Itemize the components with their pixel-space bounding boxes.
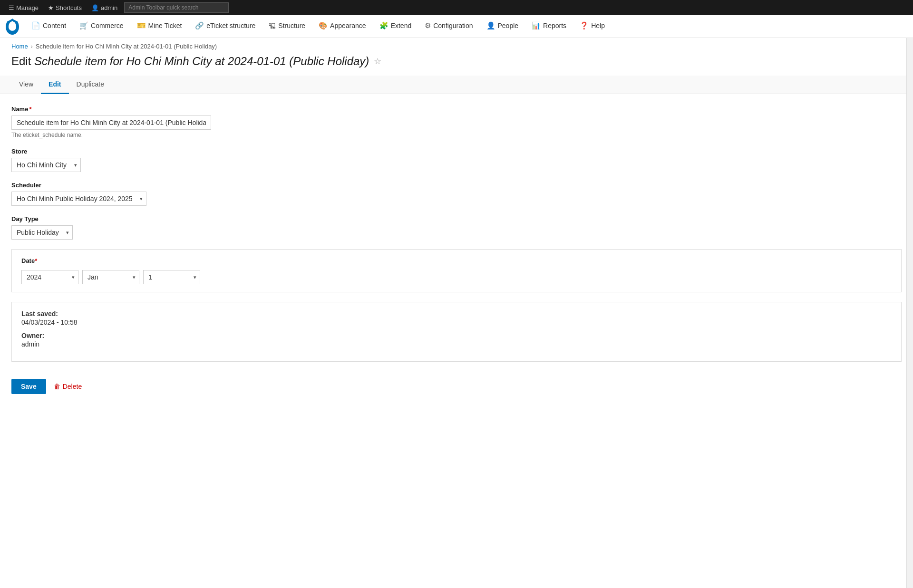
store-select-wrapper: Ho Chi Minh City ▾ xyxy=(11,158,81,172)
scheduler-field-group: Scheduler Ho Chi Minh Public Holiday 202… xyxy=(11,182,902,206)
admin-toolbar: ☰ Manage ★ Shortcuts 👤 admin xyxy=(0,0,913,15)
scrollbar[interactable] xyxy=(906,38,913,588)
nav-content-label: Content xyxy=(43,22,66,29)
tabs-bar: View Edit Duplicate xyxy=(0,76,913,94)
star-icon: ★ xyxy=(48,4,54,11)
tab-edit[interactable]: Edit xyxy=(41,76,68,94)
nav-content[interactable]: 📄 Content xyxy=(25,15,73,38)
info-box: Last saved: 04/03/2024 - 10:58 Owner: ad… xyxy=(11,302,902,362)
user-label: admin xyxy=(101,4,117,11)
date-section-label: Date* xyxy=(21,257,892,264)
nav-appearance[interactable]: 🎨 Appearance xyxy=(312,15,373,38)
people-icon: 👤 xyxy=(486,21,495,30)
bottom-actions: Save 🗑 Delete xyxy=(0,371,913,405)
month-select[interactable]: Jan Feb Mar Apr May Jun Jul Aug Sep Oct … xyxy=(82,270,139,284)
save-button[interactable]: Save xyxy=(11,379,46,394)
nav-configuration[interactable]: ⚙ Configuration xyxy=(418,15,479,38)
nav-mine-ticket[interactable]: 🎫 Mine Ticket xyxy=(130,15,189,38)
config-icon: ⚙ xyxy=(425,21,431,30)
delete-label: Delete xyxy=(63,383,82,390)
tab-view[interactable]: View xyxy=(11,76,41,94)
user-icon: 👤 xyxy=(91,4,99,11)
content-icon: 📄 xyxy=(31,21,40,30)
name-input[interactable] xyxy=(11,116,211,130)
last-saved-value: 04/03/2024 - 10:58 xyxy=(21,318,892,326)
appearance-icon: 🎨 xyxy=(319,21,328,30)
title-prefix: Edit xyxy=(11,55,31,67)
scheduler-label: Scheduler xyxy=(11,182,902,189)
title-italic: Schedule item for Ho Chi Minh City at 20… xyxy=(34,55,369,67)
nav-appearance-label: Appearance xyxy=(330,22,366,29)
manage-icon: ☰ xyxy=(9,4,14,11)
day-type-label: Day Type xyxy=(11,215,902,222)
user-button[interactable]: 👤 admin xyxy=(87,0,122,15)
nav-people[interactable]: 👤 People xyxy=(480,15,525,38)
main-nav: 📄 Content 🛒 Commerce 🎫 Mine Ticket 🔗 eTi… xyxy=(0,15,913,38)
day-select[interactable]: 1 2 3 xyxy=(143,270,200,284)
day-type-select[interactable]: Public Holiday xyxy=(11,225,73,240)
day-type-select-wrapper: Public Holiday ▾ xyxy=(11,225,73,240)
form-area: Name* The eticket_schedule name. Store H… xyxy=(0,94,913,292)
page-content: Home › Schedule item for Ho Chi Minh Cit… xyxy=(0,38,913,588)
breadcrumb-parent: Schedule item for Ho Chi Minh City at 20… xyxy=(36,43,217,50)
nav-help-label: Help xyxy=(591,22,605,29)
nav-commerce-label: Commerce xyxy=(91,22,123,29)
month-select-wrapper: Jan Feb Mar Apr May Jun Jul Aug Sep Oct … xyxy=(82,270,139,284)
shortcuts-button[interactable]: ★ Shortcuts xyxy=(43,0,87,15)
page-title: Edit Schedule item for Ho Chi Minh City … xyxy=(11,55,369,68)
eticket-icon: 🔗 xyxy=(195,21,204,30)
nav-eticket-label: eTicket structure xyxy=(206,22,255,29)
help-icon: ❓ xyxy=(580,21,589,30)
day-type-field-group: Day Type Public Holiday ▾ xyxy=(11,215,902,240)
shortcuts-label: Shortcuts xyxy=(56,4,82,11)
commerce-icon: 🛒 xyxy=(79,21,88,30)
year-select-wrapper: 2024 2023 2025 ▾ xyxy=(21,270,78,284)
nav-extend[interactable]: 🧩 Extend xyxy=(373,15,418,38)
extend-icon: 🧩 xyxy=(379,21,389,30)
owner-value: admin xyxy=(21,340,892,348)
nav-commerce[interactable]: 🛒 Commerce xyxy=(73,15,130,38)
manage-label: Manage xyxy=(16,4,39,11)
store-field-group: Store Ho Chi Minh City ▾ xyxy=(11,148,902,172)
breadcrumb: Home › Schedule item for Ho Chi Minh Cit… xyxy=(0,38,913,53)
scheduler-select[interactable]: Ho Chi Minh Public Holiday 2024, 2025 xyxy=(11,192,146,206)
name-hint: The eticket_schedule name. xyxy=(11,132,902,138)
day-select-wrapper: 1 2 3 ▾ xyxy=(143,270,200,284)
delete-icon: 🗑 xyxy=(54,383,60,390)
nav-reports[interactable]: 📊 Reports xyxy=(525,15,573,38)
page-title-area: Edit Schedule item for Ho Chi Minh City … xyxy=(0,53,913,76)
owner-label: Owner: xyxy=(21,332,892,339)
last-saved-row: Last saved: 04/03/2024 - 10:58 xyxy=(21,310,892,326)
date-section: Date* 2024 2023 2025 ▾ Jan Feb Mar xyxy=(11,249,902,292)
breadcrumb-separator: › xyxy=(31,43,33,50)
mine-ticket-icon: 🎫 xyxy=(137,21,146,30)
structure-icon: 🏗 xyxy=(269,22,276,30)
name-field-group: Name* The eticket_schedule name. xyxy=(11,106,902,138)
owner-row: Owner: admin xyxy=(21,332,892,348)
nav-eticket-structure[interactable]: 🔗 eTicket structure xyxy=(188,15,262,38)
nav-extend-label: Extend xyxy=(391,22,412,29)
nav-structure-label: Structure xyxy=(278,22,305,29)
nav-mine-ticket-label: Mine Ticket xyxy=(148,22,182,29)
last-saved-label: Last saved: xyxy=(21,310,892,318)
admin-search-input[interactable] xyxy=(124,2,229,13)
tab-duplicate[interactable]: Duplicate xyxy=(69,76,112,94)
nav-help[interactable]: ❓ Help xyxy=(573,15,612,38)
store-label: Store xyxy=(11,148,902,155)
store-select[interactable]: Ho Chi Minh City xyxy=(11,158,81,172)
site-logo[interactable] xyxy=(4,18,21,35)
scheduler-select-wrapper: Ho Chi Minh Public Holiday 2024, 2025 ▾ xyxy=(11,192,146,206)
name-label: Name* xyxy=(11,106,902,113)
manage-button[interactable]: ☰ Manage xyxy=(4,0,43,15)
nav-reports-label: Reports xyxy=(543,22,566,29)
nav-structure[interactable]: 🏗 Structure xyxy=(262,15,312,38)
year-select[interactable]: 2024 2023 2025 xyxy=(21,270,78,284)
nav-configuration-label: Configuration xyxy=(433,22,473,29)
breadcrumb-home[interactable]: Home xyxy=(11,43,28,50)
delete-button[interactable]: 🗑 Delete xyxy=(54,383,82,390)
date-selects: 2024 2023 2025 ▾ Jan Feb Mar Apr May Jun… xyxy=(21,270,892,284)
bookmark-icon[interactable]: ☆ xyxy=(374,56,381,67)
nav-people-label: People xyxy=(498,22,519,29)
reports-icon: 📊 xyxy=(532,21,541,30)
